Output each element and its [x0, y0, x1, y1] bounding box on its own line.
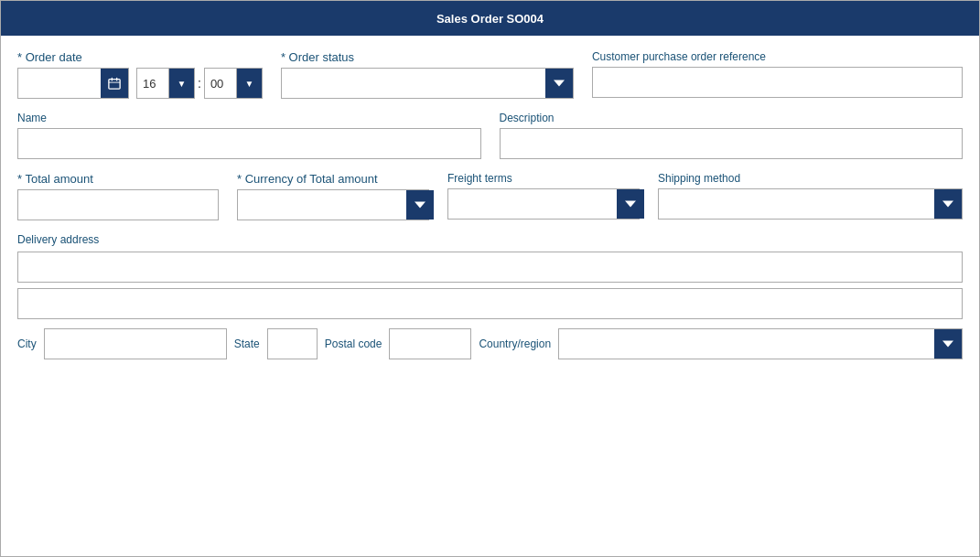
currency-dropdown-button[interactable] [406, 190, 434, 220]
shipping-method-label: Shipping method [658, 172, 963, 185]
name-label: Name [17, 112, 481, 124]
window-title: Sales Order SO004 [436, 12, 544, 26]
hour-dropdown-button[interactable]: ▼ [169, 68, 195, 99]
order-date-group: * Order date 2/4/2016 16 ▼ : [17, 50, 263, 99]
sales-order-window: Sales Order SO004 * Order date 2/4/2016 … [0, 0, 980, 557]
city-row: City Colorado State CO Postal code 80001… [17, 328, 963, 359]
country-dropdown-button[interactable] [934, 329, 962, 359]
freight-terms-dropdown-button[interactable] [617, 189, 644, 219]
form-content: * Order date 2/4/2016 16 ▼ : [1, 36, 979, 556]
country-label: Country/region [479, 337, 551, 350]
description-group: Description Tricia Hess [500, 112, 964, 159]
minute-value: 00 [204, 68, 237, 99]
postal-label: Postal code [325, 337, 382, 350]
order-status-input[interactable]: Invoice [282, 69, 545, 98]
customer-po-ref-group: Customer purchase order reference [592, 50, 963, 98]
time-select: 16 ▼ : 00 ▼ [136, 68, 263, 99]
freight-terms-label: Freight terms [447, 172, 640, 185]
customer-po-ref-input[interactable] [592, 67, 963, 98]
customer-po-ref-label: Customer purchase order reference [592, 50, 963, 63]
shipping-method-dropdown-button[interactable] [934, 189, 962, 219]
calendar-button[interactable] [101, 69, 128, 98]
delivery-address1-input[interactable]: 123 Gray Rd [17, 252, 963, 283]
total-amount-input[interactable]: 350 [17, 189, 219, 220]
currency-select: USD [237, 189, 429, 220]
shipping-method-input[interactable]: AirBorne [659, 189, 934, 219]
svg-rect-0 [109, 80, 120, 90]
row-name-description: Name Lynn Haney Description Tricia Hess [17, 112, 963, 159]
total-amount-group: * Total amount 350 [17, 172, 219, 220]
freight-terms-group: Freight terms FOB [447, 172, 640, 220]
delivery-label: Delivery address [17, 233, 963, 246]
delivery-section: Delivery address 123 Gray Rd APT 723 Cit… [17, 233, 963, 359]
row-amounts: * Total amount 350 * Currency of Total a… [17, 172, 963, 220]
order-date-input[interactable]: 2/4/2016 [18, 69, 101, 98]
freight-terms-input[interactable]: FOB [448, 189, 617, 219]
currency-input[interactable]: USD [238, 190, 406, 220]
time-colon: : [195, 68, 204, 99]
shipping-method-group: Shipping method AirBorne [658, 172, 963, 220]
order-status-dropdown-button[interactable] [545, 69, 573, 98]
hour-value: 16 [136, 68, 169, 99]
freight-terms-select: FOB [447, 188, 640, 220]
country-select: US [558, 328, 963, 359]
order-date-controls: 2/4/2016 16 ▼ : 00 ▼ [17, 68, 263, 99]
country-input[interactable]: US [559, 329, 934, 359]
description-label: Description [500, 112, 964, 124]
state-input[interactable]: CO [267, 328, 318, 359]
date-wrapper: 2/4/2016 [17, 68, 129, 99]
name-input[interactable]: Lynn Haney [17, 128, 481, 159]
name-group: Name Lynn Haney [17, 112, 481, 159]
delivery-address2-input[interactable]: APT 723 [17, 288, 963, 319]
title-bar: Sales Order SO004 [1, 1, 979, 36]
order-status-select: Invoice [281, 68, 574, 99]
state-label: State [234, 337, 260, 350]
row-order-info: * Order date 2/4/2016 16 ▼ : [17, 50, 963, 99]
total-amount-label: * Total amount [17, 172, 219, 186]
order-status-group: * Order status Invoice [281, 50, 574, 99]
currency-group: * Currency of Total amount USD [237, 172, 429, 220]
city-input[interactable]: Colorado [44, 328, 227, 359]
city-label: City [17, 337, 37, 350]
order-date-label: * Order date [17, 50, 263, 64]
order-status-label: * Order status [281, 50, 574, 64]
postal-input[interactable]: 80001 [389, 328, 471, 359]
description-input[interactable]: Tricia Hess [500, 128, 964, 159]
minute-dropdown-button[interactable]: ▼ [237, 68, 263, 99]
currency-label: * Currency of Total amount [237, 172, 429, 186]
shipping-method-select: AirBorne [658, 188, 963, 220]
